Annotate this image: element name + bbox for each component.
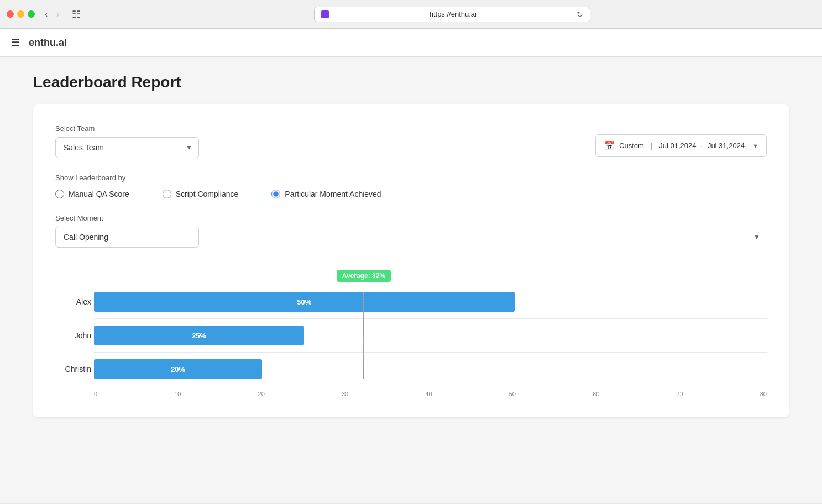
x-axis-labels: 01020304050607080 (94, 391, 767, 397)
radio-manual-qa-input[interactable] (55, 190, 64, 198)
date-start: Jul 01,2024 (659, 141, 696, 150)
radio-script-compliance-label: Script Compliance (176, 190, 239, 198)
bar-label-name: John (55, 331, 91, 340)
close-button[interactable] (7, 11, 14, 18)
x-tick: 0 (94, 391, 97, 397)
calendar-icon: 📅 (604, 140, 615, 151)
x-tick: 40 (425, 391, 432, 397)
bar-label-name: Alex (55, 297, 91, 306)
date-separator: | (651, 141, 652, 150)
report-card: Select Team Sales Team Support Team Mark… (33, 104, 789, 417)
bar-wrapper: 50% (94, 292, 767, 312)
date-chevron-icon: ▼ (752, 143, 758, 149)
chart-row: John25% (94, 326, 767, 345)
app-header: ☰ enthu.ai (0, 29, 822, 57)
bar-wrapper: 20% (94, 359, 767, 379)
moment-chevron-icon: ▼ (753, 233, 760, 241)
leaderboard-by-label: Show Leaderboard by (55, 174, 767, 182)
x-tick: 10 (174, 391, 181, 397)
date-dash: - (701, 141, 703, 150)
team-label: Select Team (55, 124, 199, 133)
moment-select-wrapper: Call Opening Call Closing Objection Hand… (55, 227, 767, 248)
x-tick: 50 (509, 391, 516, 397)
bar: 50% (94, 292, 515, 312)
bar-value-label: 25% (192, 332, 206, 340)
radio-manual-qa[interactable]: Manual QA Score (55, 190, 129, 198)
traffic-lights (7, 11, 35, 18)
main-content: Leaderboard Report Select Team Sales Tea… (0, 57, 822, 503)
moment-section: Select Moment Call Opening Call Closing … (55, 214, 767, 248)
radio-script-compliance[interactable]: Script Compliance (163, 190, 239, 198)
chart-divider (94, 352, 767, 353)
moment-select[interactable]: Call Opening Call Closing Objection Hand… (55, 227, 199, 248)
browser-chrome: ‹ › ☷ https://enthu.ai ↻ (0, 0, 822, 29)
x-axis-line (94, 386, 767, 386)
team-select[interactable]: Sales Team Support Team Marketing Team (55, 137, 199, 158)
address-bar[interactable]: https://enthu.ai ↻ (314, 7, 590, 22)
sidebar-toggle-button[interactable]: ☷ (70, 7, 83, 22)
x-tick: 80 (760, 391, 767, 397)
chart-row: Christin20% (94, 359, 767, 379)
bar-value-label: 50% (297, 298, 311, 306)
radio-script-compliance-input[interactable] (163, 190, 171, 198)
url-text: https://enthu.ai (333, 10, 572, 18)
chart-container: Average: 32% Alex50%John25%Christin20% 0… (55, 270, 767, 397)
radio-particular-moment-label: Particular Moment Achieved (285, 190, 381, 198)
radio-particular-moment[interactable]: Particular Moment Achieved (271, 190, 381, 198)
refresh-button[interactable]: ↻ (577, 10, 583, 19)
radio-group: Manual QA Score Script Compliance Partic… (55, 190, 767, 198)
chart-row: Alex50% (94, 292, 767, 312)
bar-value-label: 20% (171, 365, 185, 374)
bar: 20% (94, 359, 262, 379)
radio-manual-qa-label: Manual QA Score (69, 190, 129, 198)
bar: 25% (94, 326, 304, 345)
moment-label: Select Moment (55, 214, 767, 222)
x-tick: 30 (342, 391, 348, 397)
chart-divider (94, 318, 767, 319)
average-badge: Average: 32% (337, 270, 391, 282)
back-button[interactable]: ‹ (41, 8, 51, 20)
page-title: Leaderboard Report (33, 74, 789, 91)
maximize-button[interactable] (28, 11, 35, 18)
team-select-wrapper: Sales Team Support Team Marketing Team ▼ (55, 137, 199, 158)
favicon (321, 11, 329, 18)
app-logo: enthu.ai (29, 37, 67, 49)
date-end: Jul 31,2024 (708, 141, 745, 150)
minimize-button[interactable] (17, 11, 24, 18)
chart-area: Alex50%John25%Christin20% 01020304050607… (55, 292, 767, 397)
forward-button[interactable]: › (53, 8, 62, 20)
moment-select-group: Select Moment Call Opening Call Closing … (55, 214, 767, 248)
bar-wrapper: 25% (94, 326, 767, 345)
radio-particular-moment-input[interactable] (271, 190, 280, 198)
date-range-picker[interactable]: 📅 Custom | Jul 01,2024 - Jul 31,2024 ▼ (595, 134, 767, 157)
bar-label-name: Christin (55, 365, 91, 374)
hamburger-menu[interactable]: ☰ (11, 36, 20, 49)
x-tick: 60 (593, 391, 599, 397)
x-tick: 70 (676, 391, 683, 397)
nav-buttons: ‹ › (41, 8, 63, 20)
x-axis: 01020304050607080 (94, 391, 767, 397)
date-label: Custom (619, 141, 644, 150)
top-form-row: Select Team Sales Team Support Team Mark… (55, 124, 767, 158)
x-tick: 20 (258, 391, 265, 397)
team-select-group: Select Team Sales Team Support Team Mark… (55, 124, 199, 158)
radio-section: Show Leaderboard by Manual QA Score Scri… (55, 174, 767, 198)
